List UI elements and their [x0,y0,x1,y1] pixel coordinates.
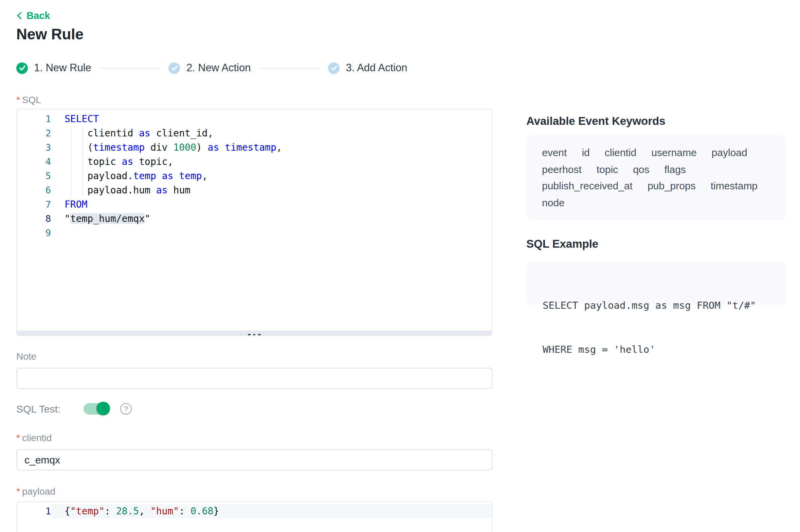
required-marker: * [16,94,20,105]
code-token: , [202,170,208,181]
line-number: 1 [17,112,51,126]
code-line-content: (timestamp div 1000) as timestamp, [51,140,492,155]
code-line-content [51,226,492,240]
event-keyword: id [582,145,589,161]
sql-test-label: SQL Test: [16,403,60,414]
indent-guide [71,140,71,155]
code-token: div [145,142,173,153]
code-line: 5 payload.temp as temp, [17,169,492,183]
step-label: 2. New Action [186,62,251,74]
clientid-input[interactable] [16,449,492,470]
code-token: payload.hum [65,185,156,195]
event-keyword: topic [597,161,618,178]
code-line-content: topic as topic, [51,155,492,169]
check-circle-icon [169,62,180,74]
event-keyword: flags [665,161,686,178]
event-keyword: qos [633,161,649,178]
line-number: 2 [17,126,51,140]
event-keyword: event [542,145,567,161]
sql-example-line: SELECT payload.msg as msg FROM "t/#" [543,299,770,313]
line-number: 5 [17,169,51,183]
code-token: topic [65,156,122,167]
code-token: "temp" [70,506,105,516]
code-token: topic, [133,156,173,167]
note-input[interactable] [16,368,492,389]
sql-test-toggle[interactable] [84,403,109,414]
code-token: , [276,142,282,153]
event-keyword: username [651,145,696,161]
code-token: as [162,170,174,181]
step-label: 3. Add Action [346,62,407,74]
code-line-content: {"temp": 28.5, "hum": 0.68} [51,504,492,518]
line-number: 8 [17,212,51,226]
code-token [173,170,179,181]
code-line: 1{"temp": 28.5, "hum": 0.68} [17,504,492,518]
line-number: 3 [17,140,51,155]
code-line-content: clientid as client_id, [51,126,492,140]
step-new-action[interactable]: 2. New Action [169,62,251,74]
toggle-knob [96,402,110,415]
code-token: temp [133,170,156,181]
page-title: New Rule [16,26,84,43]
code-token: : [105,506,116,516]
step-connector [100,68,160,68]
code-line: 3 (timestamp div 1000) as timestamp, [17,140,492,155]
editor-resize-handle[interactable] [17,330,492,336]
sql-example-title: SQL Example [526,238,598,250]
step-new-rule[interactable]: 1. New Rule [16,62,91,74]
keywords-title: Available Event Keywords [526,115,666,128]
event-keyword: peerhost [542,161,582,178]
keywords-box: eventidclientidusernamepayloadpeerhostto… [526,135,786,220]
code-token: as [156,185,168,195]
code-line-content: FROM [51,197,492,212]
indent-guide [82,126,83,140]
sql-example-line: WHERE msg = 'hello' [543,342,770,357]
line-number: 4 [17,155,51,169]
indent-guide [82,169,83,183]
new-rule-page: Back New Rule 1. New Rule 2. New Action … [0,0,800,532]
indent-guide [71,155,71,169]
sql-editor-code[interactable]: 1SELECT2 clientid as client_id,3 (timest… [17,109,492,330]
code-token: ) [196,142,208,153]
check-circle-icon [16,62,28,74]
sql-editor[interactable]: 1SELECT2 clientid as client_id,3 (timest… [16,109,492,336]
line-number: 1 [17,504,51,518]
code-token: ( [65,142,93,153]
code-token: SELECT [65,113,99,124]
payload-field-label: *payload [16,486,55,497]
code-token: " [65,213,70,224]
code-line: 8"temp_hum/emqx" [17,212,492,226]
help-icon[interactable]: ? [120,403,132,414]
event-keyword: publish_received_at [542,178,633,194]
code-line-content: payload.temp as temp, [51,169,492,183]
code-line: 6 payload.hum as hum [17,183,492,197]
code-token: 28.5 [116,506,139,516]
drag-dots-icon [253,334,256,336]
event-keyword: clientid [605,145,636,161]
event-keyword: node [542,194,565,211]
required-marker: * [16,432,20,443]
code-token: 1000 [173,142,196,153]
step-connector [259,68,319,68]
code-line: 7FROM [17,197,492,212]
chevron-left-icon [16,12,22,20]
code-line: 1SELECT [17,112,492,126]
back-link[interactable]: Back [16,10,50,21]
code-token: payload. [65,170,133,181]
back-label: Back [26,10,50,21]
sql-example-box: SELECT payload.msg as msg FROM "t/#" WHE… [526,261,786,305]
line-number: 7 [17,197,51,212]
code-token [156,170,162,181]
indent-guide [71,169,71,183]
line-number: 6 [17,183,51,197]
clientid-field-label: *clientid [16,432,52,443]
step-add-action[interactable]: 3. Add Action [328,62,407,74]
payload-editor[interactable]: 1{"temp": 28.5, "hum": 0.68} [16,501,492,532]
event-keyword: timestamp [711,178,758,194]
code-token: timestamp [225,142,276,153]
code-token: hum [167,185,190,195]
payload-editor-code[interactable]: 1{"temp": 28.5, "hum": 0.68} [17,502,492,532]
sql-field-label: *SQL [16,94,41,105]
code-line-content: SELECT [51,112,492,126]
code-line: 9 [17,226,492,240]
